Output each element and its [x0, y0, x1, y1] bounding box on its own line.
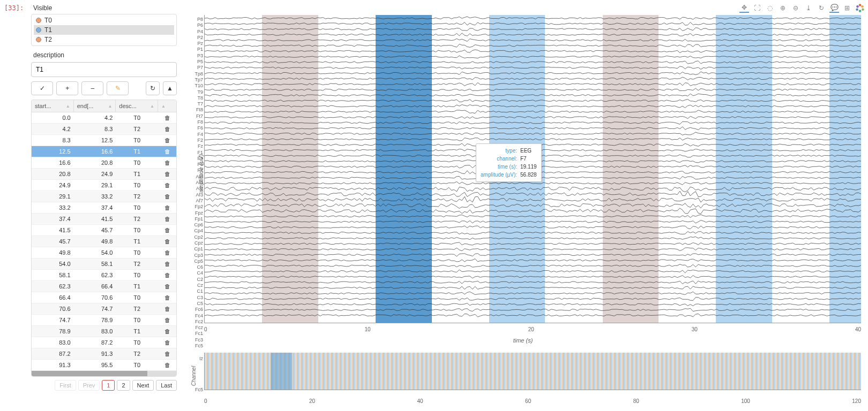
pager-first[interactable]: First: [55, 380, 76, 391]
delete-icon[interactable]: 🗑: [158, 326, 176, 337]
delete-icon[interactable]: 🗑: [158, 124, 176, 134]
main-plot[interactable]: amplitude (µV) P8P6P4P2PzP1P3P5P7Tp8Tp7T…: [185, 15, 861, 341]
table-cell: 16.6: [32, 157, 74, 168]
overview-plot[interactable]: Channel Iz Fc5 020406080100120: [185, 351, 861, 407]
overview-selection[interactable]: [271, 353, 292, 390]
crosshair-icon[interactable]: ⊞: [842, 3, 852, 13]
table-row[interactable]: 91.395.5T0🗑: [32, 360, 176, 371]
zoom-out-icon[interactable]: ⊖: [791, 3, 800, 13]
plot-area[interactable]: type:EEG channel:F7 time (s):19.119 ampl…: [204, 15, 861, 323]
table-cell: 4.2: [32, 124, 74, 134]
delete-icon[interactable]: 🗑: [158, 281, 176, 292]
pager-2[interactable]: 2: [117, 380, 130, 391]
channel-label: Cp1: [185, 247, 203, 253]
confirm-button[interactable]: ✓: [31, 81, 53, 95]
table-row[interactable]: 16.620.8T0🗑: [32, 157, 176, 169]
bokeh-logo-icon[interactable]: [855, 3, 865, 13]
table-row[interactable]: 33.237.4T0🗑: [32, 202, 176, 214]
table-row[interactable]: 78.983.0T1🗑: [32, 326, 176, 337]
col-end[interactable]: end[...▲: [74, 100, 116, 112]
hover-icon[interactable]: 💬: [829, 3, 839, 13]
table-cell: 41.5: [74, 214, 116, 224]
table-row[interactable]: 49.854.0T0🗑: [32, 247, 176, 258]
col-desc[interactable]: desc...▲: [116, 100, 158, 112]
overview-area[interactable]: [204, 353, 861, 390]
pager: First Prev 1 2 Next Last: [31, 380, 177, 391]
delete-icon[interactable]: 🗑: [158, 303, 176, 314]
zoom-in-icon[interactable]: ⊕: [778, 3, 788, 13]
delete-icon[interactable]: 🗑: [158, 191, 176, 202]
legend-item-T0[interactable]: T0: [34, 16, 174, 25]
overview-x-axis: 020406080100120: [204, 398, 861, 406]
delete-icon[interactable]: 🗑: [158, 202, 176, 213]
table-row[interactable]: 62.366.4T1🗑: [32, 281, 176, 292]
table-row[interactable]: 4.28.3T2🗑: [32, 124, 176, 135]
pager-prev[interactable]: Prev: [78, 380, 100, 391]
reset-icon[interactable]: ↻: [817, 3, 826, 13]
lasso-icon[interactable]: ◌: [765, 3, 775, 13]
table-row[interactable]: 0.04.2T0🗑: [32, 112, 176, 124]
table-row[interactable]: 29.133.2T2🗑: [32, 191, 176, 202]
table-row[interactable]: 8.312.5T0🗑: [32, 135, 176, 146]
table-row[interactable]: 45.749.8T1🗑: [32, 236, 176, 247]
pager-1[interactable]: 1: [102, 380, 115, 391]
table-scrollbar[interactable]: [32, 371, 176, 376]
add-button[interactable]: +: [56, 81, 78, 95]
delete-icon[interactable]: 🗑: [158, 180, 176, 191]
delete-icon[interactable]: 🗑: [158, 337, 176, 348]
table-row[interactable]: 54.058.1T2🗑: [32, 258, 176, 270]
delete-icon[interactable]: 🗑: [158, 258, 176, 269]
table-row[interactable]: 66.470.6T0🗑: [32, 292, 176, 303]
table-row[interactable]: 70.674.7T2🗑: [32, 303, 176, 315]
sort-icon: ▲: [108, 104, 112, 109]
delete-icon[interactable]: 🗑: [158, 236, 176, 247]
table-row[interactable]: 37.441.5T2🗑: [32, 214, 176, 225]
delete-icon[interactable]: 🗑: [158, 315, 176, 325]
button-row: ✓ + – ✎ ↻ ▲: [31, 81, 177, 95]
legend-label: T2: [44, 36, 52, 43]
table-row[interactable]: 20.824.9T1🗑: [32, 169, 176, 180]
delete-icon[interactable]: 🗑: [158, 247, 176, 258]
legend-item-T2[interactable]: T2: [34, 35, 174, 44]
delete-icon[interactable]: 🗑: [158, 225, 176, 235]
table-cell: 62.3: [32, 281, 74, 292]
box-zoom-icon[interactable]: ⛶: [752, 3, 762, 13]
pager-last[interactable]: Last: [156, 380, 177, 391]
delete-icon[interactable]: 🗑: [158, 214, 176, 224]
delete-icon[interactable]: 🗑: [158, 292, 176, 303]
delete-icon[interactable]: 🗑: [158, 270, 176, 280]
table-cell: 29.1: [32, 191, 74, 202]
table-row[interactable]: 74.778.9T0🗑: [32, 315, 176, 326]
edit-button[interactable]: ✎: [107, 81, 129, 95]
save-icon[interactable]: ⤓: [804, 3, 813, 13]
x-axis: 010203040: [204, 326, 861, 334]
pager-next[interactable]: Next: [132, 380, 154, 391]
delete-icon[interactable]: 🗑: [158, 135, 176, 146]
ov-x-tick: 100: [741, 398, 750, 406]
rotate-button[interactable]: ↻: [146, 81, 160, 95]
delete-icon[interactable]: 🗑: [158, 348, 176, 359]
table-row[interactable]: 41.545.7T0🗑: [32, 225, 176, 236]
delete-icon[interactable]: 🗑: [158, 112, 176, 123]
delete-icon[interactable]: 🗑: [158, 157, 176, 168]
table-row[interactable]: 24.929.1T0🗑: [32, 180, 176, 191]
table-row[interactable]: 58.162.3T0🗑: [32, 270, 176, 281]
pan-icon[interactable]: ✥: [739, 3, 749, 13]
description-input[interactable]: [31, 62, 177, 77]
hover-tooltip: type:EEG channel:F7 time (s):19.119 ampl…: [476, 143, 542, 182]
delete-icon[interactable]: 🗑: [158, 146, 176, 157]
up-button[interactable]: ▲: [163, 81, 177, 95]
table-row[interactable]: 87.291.3T2🗑: [32, 348, 176, 360]
col-start[interactable]: start...▲: [32, 100, 74, 112]
table-row[interactable]: 12.516.6T1🗑: [32, 146, 176, 157]
legend-item-T1[interactable]: T1: [34, 25, 174, 35]
ov-y-top: Iz: [185, 356, 203, 361]
table-row[interactable]: 83.087.2T0🗑: [32, 337, 176, 348]
table-cell: 54.0: [74, 247, 116, 258]
delete-icon[interactable]: 🗑: [158, 169, 176, 179]
delete-icon[interactable]: 🗑: [158, 360, 176, 370]
ov-x-tick: 40: [417, 398, 423, 406]
scroll-thumb[interactable]: [32, 371, 147, 376]
table-cell: 83.0: [32, 337, 74, 348]
remove-button[interactable]: –: [81, 81, 103, 95]
